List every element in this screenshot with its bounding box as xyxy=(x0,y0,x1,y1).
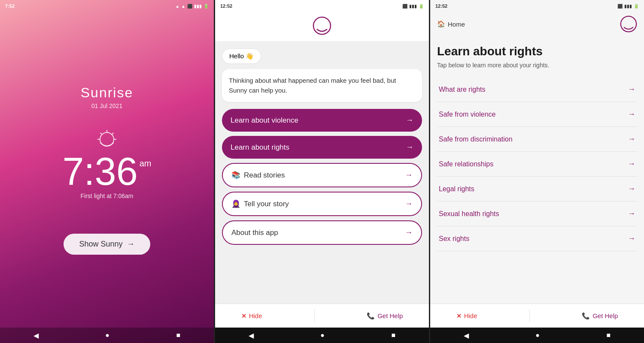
thinking-text: Thinking about what happened can make yo… xyxy=(229,77,396,94)
rights-item-arrow-4: → xyxy=(628,184,635,193)
read-icon: 📚 xyxy=(231,171,240,180)
nav-back-1[interactable]: ◀ xyxy=(33,331,39,340)
nav-bar-3: ◀ ● ■ xyxy=(430,328,644,343)
bottom-bar-3: ✕ Hide 📞 Get Help xyxy=(430,304,644,328)
menu-read-button[interactable]: 📚 Read stories → xyxy=(222,163,422,187)
rights-item-arrow-2: → xyxy=(628,135,635,144)
home-label: Home xyxy=(448,21,465,28)
menu-read-label: Read stories xyxy=(244,171,285,180)
nav-recent-3[interactable]: ■ xyxy=(607,331,611,339)
phone2-header xyxy=(215,12,429,42)
status-time-1: 7:52 xyxy=(5,3,15,9)
first-light: First light at 7:06am xyxy=(81,193,134,199)
svg-line-5 xyxy=(112,133,114,135)
phone1-content: Sunrise 01 Jul 2021 7:36 am First light … xyxy=(0,12,214,328)
about-arrow: → xyxy=(405,228,413,237)
rights-item-label-3: Safe relationships xyxy=(439,160,493,168)
rights-item-0[interactable]: What are rights → xyxy=(437,77,637,102)
phone2-content: Hello 👋 Thinking about what happened can… xyxy=(215,42,429,304)
status-time-2: 12:52 xyxy=(220,3,232,9)
rights-item-label-4: Legal rights xyxy=(439,185,474,193)
hello-label: Hello 👋 xyxy=(229,52,254,60)
nav-back-2[interactable]: ◀ xyxy=(249,331,254,340)
bottom-bar-2: ✕ Hide 📞 Get Help xyxy=(215,304,429,328)
rights-item-label-2: Safe from discrimination xyxy=(439,135,513,143)
help-button-2[interactable]: 📞 Get Help xyxy=(367,312,403,320)
violence-arrow: → xyxy=(406,116,413,125)
sunny-logo xyxy=(313,16,331,35)
sunrise-title: Sunrise xyxy=(81,85,134,101)
show-sunny-arrow: → xyxy=(127,240,135,249)
rights-item-5[interactable]: Sexual health rights → xyxy=(437,202,637,226)
help-label-3: Get Help xyxy=(592,312,618,319)
menu-rights-button[interactable]: Learn about rights → xyxy=(222,136,422,159)
menu-violence-button[interactable]: Learn about violence → xyxy=(222,109,422,132)
rights-item-label-0: What are rights xyxy=(439,86,485,93)
read-arrow: → xyxy=(405,171,413,180)
phone-sunrise: 7:52 ▲ ▲ ⬛ ▮▮▮ 🔋 Sunrise 01 Jul 2021 7:3… xyxy=(0,0,214,343)
rights-item-label-1: Safe from violence xyxy=(439,111,496,118)
status-icons-3: ⬛ ▮▮▮ 🔋 xyxy=(617,4,639,9)
hide-x-icon-2: ✕ xyxy=(241,313,246,319)
home-icon: 🏠 xyxy=(437,20,445,28)
time-value: 7:36 xyxy=(63,152,138,191)
help-phone-icon-3: 📞 xyxy=(582,312,590,320)
story-arrow: → xyxy=(405,199,413,208)
rights-item-label-6: Sex rights xyxy=(439,235,469,243)
nav-bar-1: ◀ ● ■ xyxy=(0,328,214,343)
rights-item-6[interactable]: Sex rights → xyxy=(437,226,637,251)
nav-recent-2[interactable]: ■ xyxy=(392,331,396,339)
sunrise-date: 01 Jul 2021 xyxy=(91,102,122,109)
phone3-content: Learn about rights Tap below to learn mo… xyxy=(430,38,644,304)
phone-rights: 12:52 ⬛ ▮▮▮ 🔋 🏠 Home Learn about rights … xyxy=(430,0,644,343)
time-display: 7:36 am xyxy=(63,152,152,191)
show-sunny-label: Show Sunny xyxy=(79,240,122,249)
rights-item-label-5: Sexual health rights xyxy=(439,210,499,218)
menu-violence-label: Learn about violence xyxy=(231,116,298,125)
help-phone-icon-2: 📞 xyxy=(367,312,375,320)
rights-item-arrow-3: → xyxy=(628,159,635,168)
ampm: am xyxy=(140,159,152,168)
status-bar-1: 7:52 ▲ ▲ ⬛ ▮▮▮ 🔋 xyxy=(0,0,214,12)
rights-item-1[interactable]: Safe from violence → xyxy=(437,102,637,127)
nav-home-3[interactable]: ● xyxy=(535,331,540,339)
menu-story-label: Tell your story xyxy=(244,200,289,208)
home-link[interactable]: 🏠 Home xyxy=(437,20,465,28)
rights-item-2[interactable]: Safe from discrimination → xyxy=(437,127,637,152)
sun-icon xyxy=(94,126,120,152)
thinking-bubble: Thinking about what happened can make yo… xyxy=(222,69,422,102)
nav-home-1[interactable]: ● xyxy=(105,331,109,339)
status-bar-2: 12:52 ⬛ ▮▮▮ 🔋 xyxy=(215,0,429,12)
rights-item-3[interactable]: Safe relationships → xyxy=(437,152,637,177)
rights-item-arrow-5: → xyxy=(628,209,635,218)
bottom-divider-3 xyxy=(529,310,530,322)
menu-about-label: About this app xyxy=(231,229,278,237)
menu-story-button[interactable]: 🧕 Tell your story → xyxy=(222,192,422,216)
bottom-divider-2 xyxy=(314,310,315,322)
nav-home-2[interactable]: ● xyxy=(320,331,325,339)
status-time-3: 12:52 xyxy=(435,3,447,9)
hello-chip: Hello 👋 xyxy=(222,48,261,64)
hide-button-3[interactable]: ✕ Hide xyxy=(456,312,477,319)
hide-label-3: Hide xyxy=(464,312,477,319)
sunny-logo-3 xyxy=(620,15,637,33)
rights-item-arrow-6: → xyxy=(628,234,635,243)
svg-line-4 xyxy=(100,133,102,135)
hide-button-2[interactable]: ✕ Hide xyxy=(241,312,262,319)
menu-rights-label: Learn about rights xyxy=(231,143,289,152)
story-icon: 🧕 xyxy=(231,199,240,208)
nav-recent-1[interactable]: ■ xyxy=(176,331,181,339)
rights-item-arrow-1: → xyxy=(628,110,635,119)
show-sunny-button[interactable]: Show Sunny → xyxy=(64,234,150,255)
status-icons-1: ▲ ▲ ⬛ ▮▮▮ 🔋 xyxy=(175,4,209,9)
help-button-3[interactable]: 📞 Get Help xyxy=(582,312,618,320)
hide-label-2: Hide xyxy=(249,312,262,319)
menu-about-button[interactable]: About this app → xyxy=(222,220,422,245)
rights-page-subtitle: Tap below to learn more about your right… xyxy=(437,62,637,69)
phone3-header: 🏠 Home xyxy=(430,12,644,38)
status-bar-3: 12:52 ⬛ ▮▮▮ 🔋 xyxy=(430,0,644,12)
status-icons-2: ⬛ ▮▮▮ 🔋 xyxy=(402,4,424,9)
nav-bar-2: ◀ ● ■ xyxy=(215,328,429,343)
rights-item-4[interactable]: Legal rights → xyxy=(437,177,637,202)
nav-back-3[interactable]: ◀ xyxy=(464,331,469,340)
